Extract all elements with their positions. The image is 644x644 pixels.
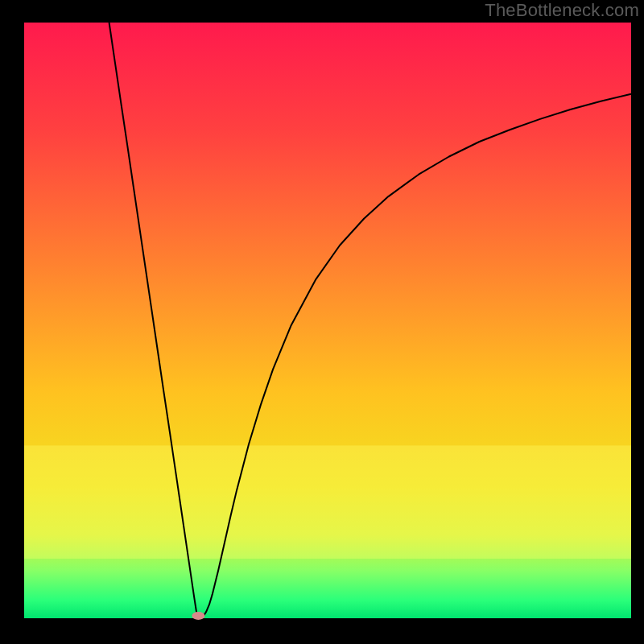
watermark: TheBottleneck.com — [485, 0, 639, 21]
optimal-marker — [192, 612, 204, 620]
chart-container: TheBottleneck.com — [0, 0, 644, 644]
bottleneck-chart — [0, 0, 644, 644]
highlight-band — [24, 445, 631, 559]
